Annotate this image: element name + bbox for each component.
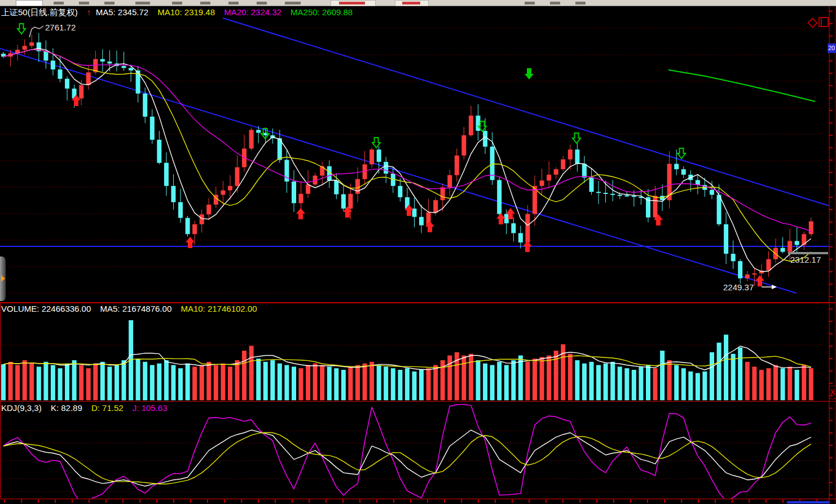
- expand-arrow-icon: [1, 275, 5, 282]
- horizontal-scrollbar[interactable]: [787, 501, 829, 503]
- ma20-value: MA20: 2324.32: [224, 7, 281, 17]
- up-arrow-icon: ↑: [87, 7, 91, 17]
- kdj-params: KDJ(9,3,3): [1, 403, 42, 413]
- toolbar-fragment: [575, 2, 586, 5]
- last-price-annotation: 2312.17: [790, 255, 821, 264]
- toolbar-fragment: [550, 2, 560, 5]
- volume-ma5-value: MA5: 21674876.00: [100, 304, 171, 313]
- toolbar-fragment: [79, 2, 89, 5]
- toolbar-fragment: [285, 2, 301, 5]
- volume-ma10-value: MA10: 21746102.00: [181, 304, 257, 313]
- split-window-icon-bar: [821, 18, 822, 26]
- page-title: 上证50(日线.前复权): [1, 7, 78, 17]
- volume-pane-header: VOLUME: 22466336.00 MA5: 21674876.00 MA1…: [1, 304, 264, 313]
- kdj-k-value: K: 82.89: [51, 403, 82, 413]
- toolbar-button-label: [402, 2, 420, 5]
- split-window-icon[interactable]: [819, 17, 829, 27]
- toolbar-fragment: [104, 2, 115, 5]
- trough-price-annotation: 2249.37: [723, 282, 754, 292]
- chart-canvas[interactable]: [0, 0, 836, 504]
- toolbar-fragment: [257, 2, 267, 5]
- ma250-value: MA250: 2609.88: [291, 7, 353, 17]
- toolbar-field: [16, 0, 43, 6]
- toolbar-fragment: [228, 2, 239, 5]
- kdj-d-value: D: 71.52: [91, 403, 124, 413]
- trading-app-window: { "header": { "title": "上证50(日线.前复权)", "…: [0, 0, 836, 504]
- toolbar-fragment: [54, 2, 64, 5]
- volume-value: VOLUME: 22466336.00: [1, 304, 91, 313]
- kdj-j-value: J: 105.63: [133, 403, 168, 413]
- toolbar-fragment: [172, 2, 182, 5]
- toolbar-strip[interactable]: [0, 0, 836, 6]
- panel-expand-handle[interactable]: [0, 257, 6, 301]
- toolbar-fragment: [525, 2, 535, 5]
- toolbar-button[interactable]: [395, 0, 429, 6]
- toolbar-button[interactable]: [331, 0, 376, 6]
- axis-price-badge: 20: [828, 43, 836, 53]
- toolbar-fragment: [135, 2, 150, 5]
- peak-price-annotation: 2761.72: [45, 23, 76, 32]
- price-pane-header: 上证50(日线.前复权) ↑ MA5: 2345.72 MA10: 2319.4…: [1, 7, 359, 18]
- kdj-pane-header: KDJ(9,3,3) K: 82.89 D: 71.52 J: 105.63: [1, 403, 174, 413]
- toolbar-button-label: [339, 2, 365, 5]
- ma5-value: MA5: 2345.72: [96, 7, 148, 17]
- toolbar-fragment: [200, 2, 210, 5]
- axis-close-button[interactable]: X: [829, 386, 836, 399]
- ma10-value: MA10: 2319.48: [157, 7, 215, 17]
